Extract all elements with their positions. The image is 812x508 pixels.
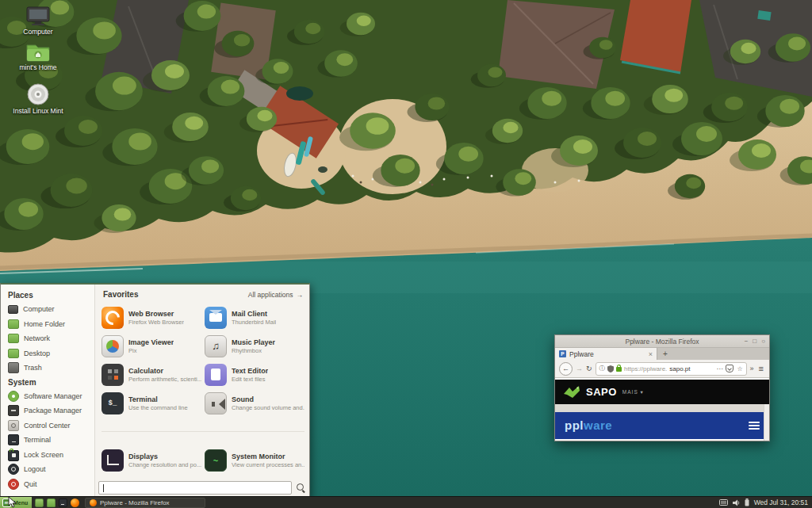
network-folder-icon (8, 334, 19, 343)
trash-icon (8, 362, 19, 373)
menu-search-input[interactable] (98, 481, 292, 495)
menu-item-label: Logout (24, 465, 46, 473)
tab-title: Pplware (569, 350, 594, 358)
desktop-icon-label: Computer (6, 28, 70, 36)
clock[interactable]: Wed Jul 31, 20:51 (754, 498, 808, 506)
menu-item-logout[interactable]: Logout (8, 462, 94, 477)
page-gap (555, 404, 769, 412)
overflow-chevrons-icon[interactable]: » (750, 365, 754, 372)
favorite-sound[interactable]: SoundChange sound volume and... (205, 389, 304, 417)
sapo-mais-link[interactable]: MAIS ▾ (622, 389, 644, 395)
favorite-system-monitor[interactable]: ~ System MonitorView current processes a… (205, 446, 304, 474)
desktop-folder-icon (8, 349, 19, 358)
favorite-terminal[interactable]: $_ TerminalUse the command line (102, 389, 201, 417)
reload-button[interactable]: ↻ (586, 365, 592, 372)
computer-icon (25, 6, 52, 27)
logout-icon (8, 464, 19, 475)
tab-favicon: P (559, 350, 566, 357)
menu-item-label: Trash (24, 364, 42, 372)
panel-taskbar: m Menu Pplware - Mozilla Firefox Wed Ju (0, 496, 812, 508)
system-tray: Wed Jul 31, 20:51 (719, 498, 812, 506)
calculator-icon (102, 364, 124, 386)
window-list-button-firefox[interactable]: Pplware - Mozilla Firefox (85, 498, 205, 508)
computer-icon (8, 305, 18, 314)
install-disc-icon (26, 82, 50, 106)
sapo-logo-icon[interactable] (563, 385, 580, 399)
menu-item-software-manager[interactable]: Software Manager (8, 389, 94, 404)
lock-screen-icon (8, 450, 19, 461)
tab-close-icon[interactable]: × (649, 350, 653, 358)
menu-item-label: Quit (24, 480, 37, 488)
new-tab-button[interactable]: + (657, 348, 673, 360)
window-title: Pplware - Mozilla Firefox (625, 338, 699, 346)
favorites-header: Favorites (103, 290, 138, 299)
rhythmbox-icon: ♫ (205, 335, 227, 357)
favorite-calculator[interactable]: CalculatorPerform arithmetic, scienti... (102, 361, 201, 388)
menu-item-label: Terminal (24, 436, 51, 444)
control-center-icon (8, 420, 19, 431)
pocket-icon[interactable] (726, 365, 733, 372)
maximize-button[interactable]: □ (753, 338, 756, 345)
menu-item-package-manager[interactable]: Package Manager (8, 403, 94, 418)
forward-button[interactable]: → (576, 365, 583, 372)
search-icon[interactable] (297, 483, 305, 492)
places-header: Places (8, 291, 94, 300)
menu-item-computer[interactable]: Computer (8, 302, 94, 317)
favorite-image-viewer[interactable]: Image ViewerPix (102, 332, 201, 360)
menu-item-label: Control Center (24, 422, 71, 430)
folder-icon (8, 319, 19, 329)
firefox-menu-icon[interactable]: ≡ (759, 364, 764, 373)
display-tray-icon[interactable] (719, 499, 728, 506)
menu-item-terminal[interactable]: Terminal (8, 433, 94, 448)
desktop-screen: Computer mint's Home Install Linux Mint … (0, 0, 812, 508)
software-manager-icon (8, 391, 19, 402)
minimize-button[interactable]: − (745, 338, 749, 345)
pplware-logo[interactable]: pplware (565, 418, 612, 433)
bookmark-star-icon[interactable]: ☆ (737, 365, 742, 372)
pplware-menu-icon[interactable] (749, 422, 760, 430)
home-folder-icon (25, 41, 52, 63)
menu-item-control-center[interactable]: Control Center (8, 418, 94, 434)
sapo-logo-text[interactable]: SAPO (586, 386, 617, 398)
menu-item-label: Lock Screen (24, 451, 63, 459)
terminal-icon (8, 434, 19, 445)
page-actions-icon[interactable]: ⋯ (716, 365, 722, 372)
url-bar[interactable]: ⓘ https://pplware. sapo.pt ⋯ ☆ (596, 362, 747, 376)
tab-bar: P Pplware × + (555, 348, 769, 360)
menu-item-quit[interactable]: Quit (8, 477, 94, 492)
package-manager-icon (8, 405, 19, 416)
menu-item-lock-screen[interactable]: Lock Screen (8, 448, 94, 463)
desktop-icon-install[interactable]: Install Linux Mint (6, 82, 70, 115)
desktop-icon-computer[interactable]: Computer (6, 6, 70, 36)
tab-pplware[interactable]: P Pplware × (555, 348, 657, 360)
favorite-text-editor[interactable]: Text EditorEdit text files (205, 361, 304, 388)
menu-item-network[interactable]: Network (8, 331, 94, 346)
system-monitor-icon: ~ (205, 449, 227, 472)
all-applications-link[interactable]: All applications → (248, 291, 303, 299)
desktop-icon-home[interactable]: mint's Home (6, 41, 70, 71)
battery-tray-icon[interactable] (745, 498, 749, 506)
firefox-launcher[interactable] (71, 498, 79, 507)
back-button[interactable]: ← (559, 362, 573, 376)
tracking-shield-icon[interactable] (607, 365, 614, 372)
terminal-launcher[interactable] (59, 498, 67, 507)
window-titlebar[interactable]: Pplware - Mozilla Firefox − □ ○ (555, 335, 769, 348)
favorite-mail-client[interactable]: Mail ClientThunderbird Mail (205, 304, 304, 331)
close-button[interactable]: ○ (761, 338, 765, 345)
text-editor-icon (205, 364, 227, 386)
menu-item-trash[interactable]: Trash (8, 361, 94, 376)
browser-viewport: SAPO MAIS ▾ pplware (555, 378, 769, 441)
https-lock-icon[interactable] (616, 367, 622, 372)
favorite-web-browser[interactable]: Web BrowserFirefox Web Browser (102, 304, 201, 331)
page-info-icon[interactable]: ⓘ (599, 365, 606, 372)
file-manager-launcher[interactable] (47, 498, 56, 507)
firefox-window: Pplware - Mozilla Firefox − □ ○ P Pplwar… (554, 334, 770, 441)
menu-item-label: Package Manager (24, 407, 82, 414)
page-scrollbar[interactable] (764, 404, 769, 441)
volume-tray-icon[interactable] (733, 499, 740, 506)
show-desktop-button[interactable] (35, 498, 44, 507)
menu-item-desktop[interactable]: Desktop (8, 346, 94, 361)
favorite-music-player[interactable]: ♫ Music PlayerRhythmbox (205, 332, 304, 360)
favorite-displays[interactable]: DisplaysChange resolution and po... (102, 446, 201, 474)
menu-item-home-folder[interactable]: Home Folder (8, 317, 94, 332)
